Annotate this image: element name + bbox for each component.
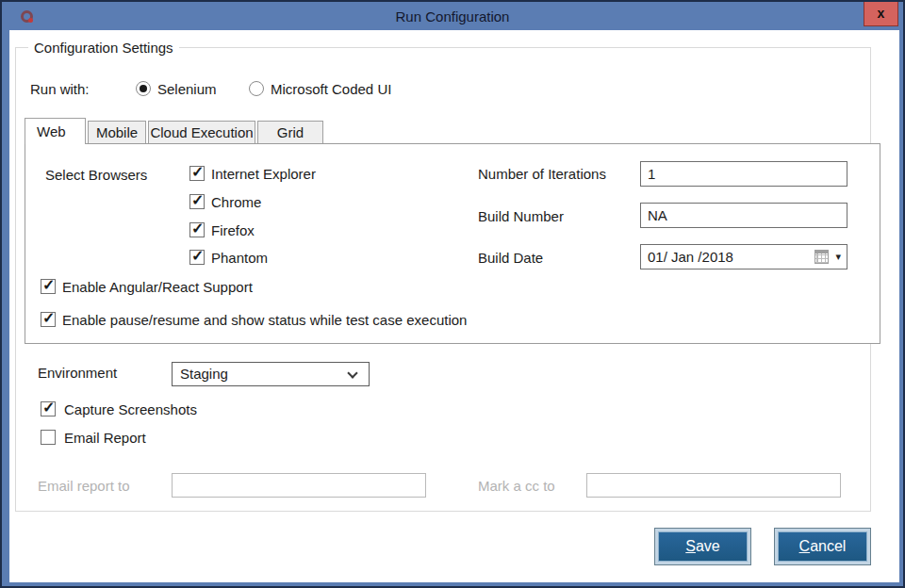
save-button[interactable]: Save	[654, 528, 751, 565]
cancel-button[interactable]: Cancel	[774, 528, 871, 565]
environment-select[interactable]: Staging	[172, 362, 370, 386]
mark-cc-to-input[interactable]	[586, 473, 841, 498]
checkbox-internet-explorer[interactable]	[189, 166, 205, 181]
chevron-down-icon	[347, 368, 357, 378]
checkbox-pause-resume[interactable]	[41, 312, 56, 327]
checkbox-phantom[interactable]	[189, 250, 205, 265]
calendar-icon	[814, 250, 829, 264]
close-button[interactable]: x	[864, 2, 898, 26]
checkbox-capture-screenshots-label[interactable]: Capture Screenshots	[64, 401, 197, 418]
mark-cc-to-label: Mark a cc to	[478, 478, 555, 495]
tab-web[interactable]: Web	[25, 118, 86, 144]
checkbox-internet-explorer-label[interactable]: Internet Explorer	[211, 166, 316, 183]
checkbox-firefox-label[interactable]: Firefox	[211, 222, 255, 239]
environment-label: Environment	[38, 365, 117, 382]
checkbox-angular-react-label[interactable]: Enable Angular/React Support	[62, 279, 253, 296]
build-date-label: Build Date	[478, 250, 543, 267]
checkbox-chrome-label[interactable]: Chrome	[211, 194, 261, 211]
email-report-to-input[interactable]	[172, 473, 426, 498]
checkbox-phantom-label[interactable]: Phantom	[211, 250, 268, 267]
window-title: Run Configuration	[2, 8, 903, 24]
tab-cloud-execution[interactable]: Cloud Execution	[148, 121, 255, 143]
checkbox-capture-screenshots[interactable]	[41, 401, 56, 416]
build-date-picker[interactable]: 01/ Jan /2018 ▾	[640, 244, 847, 270]
run-configuration-dialog: Run Configuration x Configuration Settin…	[0, 0, 905, 588]
radio-selenium-label[interactable]: Selenium	[157, 81, 217, 98]
iterations-label: Number of Iterations	[478, 166, 606, 183]
tab-mobile[interactable]: Mobile	[88, 121, 146, 143]
checkbox-email-report-label[interactable]: Email Report	[64, 430, 146, 447]
tab-grid[interactable]: Grid	[257, 121, 323, 143]
checkbox-angular-react[interactable]	[41, 279, 56, 294]
iterations-input[interactable]	[640, 161, 847, 187]
groupbox-label: Configuration Settings	[28, 40, 179, 56]
checkbox-pause-resume-label[interactable]: Enable pause/resume and show status whil…	[62, 312, 467, 329]
build-number-input[interactable]	[640, 203, 847, 228]
build-date-value: 01/ Jan /2018	[648, 249, 733, 265]
checkbox-firefox[interactable]	[189, 222, 205, 237]
radio-microsoft-coded-ui[interactable]	[249, 81, 264, 96]
radio-selenium[interactable]	[136, 81, 151, 96]
email-report-to-label: Email report to	[38, 478, 130, 495]
save-button-label: Save	[655, 538, 750, 555]
checkbox-email-report[interactable]	[41, 430, 56, 445]
calendar-dropdown-button[interactable]: ▾	[814, 250, 841, 265]
build-number-label: Build Number	[478, 208, 564, 225]
cancel-button-label: Cancel	[775, 538, 870, 555]
checkbox-chrome[interactable]	[189, 194, 205, 209]
chevron-down-icon: ▾	[835, 250, 841, 264]
select-browsers-label: Select Browsers	[45, 167, 147, 184]
radio-microsoft-coded-ui-label[interactable]: Microsoft Coded UI	[271, 81, 391, 98]
run-with-label: Run with:	[30, 81, 90, 98]
environment-value: Staging	[180, 366, 228, 382]
